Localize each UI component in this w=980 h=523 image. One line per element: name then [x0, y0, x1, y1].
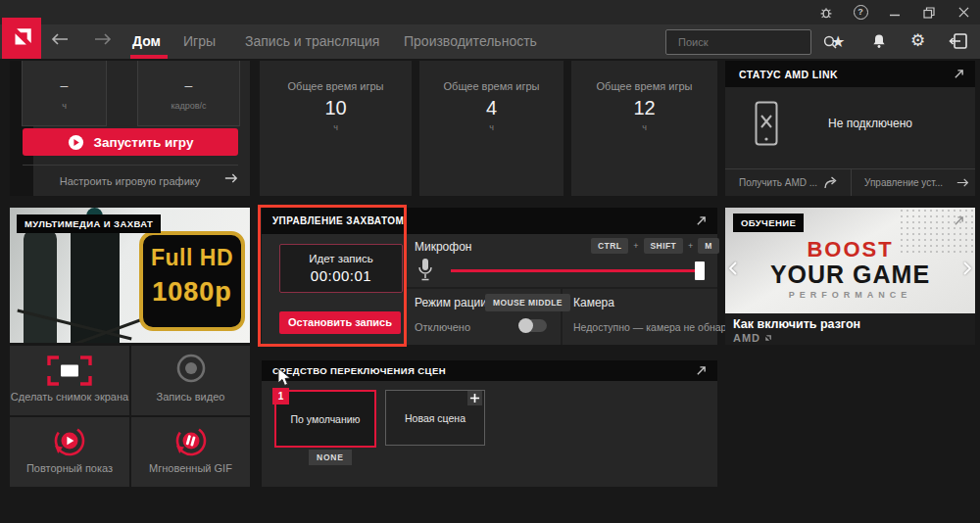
game-time-label: Общее время игры [419, 80, 564, 92]
tab-record-stream[interactable]: Запись и трансляция [245, 33, 379, 49]
camera-status: Недоступно — камера не обнар... [573, 321, 735, 333]
mouse-cursor [277, 367, 292, 388]
divider [23, 165, 238, 166]
tab-home[interactable]: Дом [132, 33, 161, 49]
resolution-text: 1080p [143, 277, 241, 308]
toggle-knob [518, 318, 533, 333]
poster-figure [24, 229, 57, 343]
game-time-unit: ч [419, 122, 564, 132]
tab-performance[interactable]: Производительность [404, 33, 537, 49]
expand-icon[interactable] [954, 215, 964, 226]
recording-status-label: Идет запись [280, 253, 402, 264]
phone-disconnected-icon [755, 101, 778, 146]
push-to-talk-hotkey-badge: MOUSE MIDDLE [485, 294, 570, 311]
full-hd-badge: Full HD 1080p [139, 231, 245, 331]
push-to-talk-toggle[interactable] [519, 319, 547, 332]
instant-gif-label: Мгновенный GIF [131, 462, 250, 474]
game-time-value: 4 [419, 97, 564, 119]
stat-unit: ч [23, 101, 106, 111]
stat-card-playtime: Время игры – ч [22, 61, 107, 126]
search-box [665, 29, 811, 55]
settings-gear-icon[interactable]: ⚙ [910, 30, 925, 50]
launch-game-button[interactable]: Запустить игру [23, 128, 238, 156]
game-time-value: 10 [260, 97, 412, 119]
back-icon[interactable] [51, 32, 69, 46]
game-launch-panel: Время игры – ч Средняя к/с – кадров/с За… [10, 61, 250, 196]
instant-replay-label: Повторный показ [10, 462, 129, 474]
arrow-right-icon [956, 177, 969, 188]
camera-label: Камера [573, 296, 614, 309]
game-time-label: Общее время игры [571, 80, 717, 92]
record-video-label: Запись видео [131, 391, 250, 403]
banner-line-your-game: YOUR GAME [725, 261, 975, 289]
expand-icon[interactable] [696, 365, 707, 376]
gif-icon [173, 423, 209, 458]
hotkey-ctrl: CTRL [591, 238, 628, 254]
record-video-button[interactable]: Запись видео [131, 346, 250, 415]
tab-games[interactable]: Игры [183, 33, 216, 49]
instant-gif-button[interactable]: Мгновенный GIF [131, 417, 250, 487]
add-scene-icon[interactable] [467, 391, 482, 405]
record-icon [174, 352, 208, 385]
take-screenshot-button[interactable]: Сделать снимок экрана [10, 346, 129, 415]
scene-card-default[interactable]: По умолчанию [274, 390, 376, 448]
recording-status-box: Идет запись 00:00:01 [279, 244, 403, 293]
configure-graphics-link[interactable]: Настроить игровую графику [10, 175, 250, 187]
expand-icon[interactable] [696, 215, 707, 226]
amd-brand-text: AMD [733, 332, 760, 344]
bug-report-icon[interactable] [817, 5, 835, 20]
close-icon[interactable] [955, 5, 972, 20]
tutorial-panel[interactable]: BOOST YOUR GAME PERFORMANCE ОБУЧЕНИЕ Как… [725, 208, 975, 345]
notifications-bell-icon[interactable] [871, 33, 887, 49]
banner-line-performance: PERFORMANCE [725, 290, 975, 300]
instant-replay-button[interactable]: Повторный показ [10, 417, 129, 487]
microphone-icon [417, 258, 433, 283]
recording-timer: 00:00:01 [280, 267, 402, 284]
game-time-unit: ч [260, 122, 412, 132]
mic-hotkeys: CTRL + SHIFT + M [591, 238, 719, 254]
help-icon[interactable]: ? [852, 5, 869, 20]
scene-default-label: По умолчанию [290, 413, 360, 425]
game-card[interactable]: EURO TRUCK SIMULATOR 2 Общее время игры … [571, 61, 717, 196]
amd-arrow-icon [763, 334, 772, 343]
scene-hotkey-badge: 1 [272, 388, 289, 404]
favorites-star-icon[interactable]: ★ [831, 32, 845, 51]
game-time-unit: ч [571, 122, 717, 132]
stat-unit: кадров/с [138, 101, 239, 111]
stat-value: – [23, 77, 106, 93]
minimize-icon[interactable] [886, 5, 904, 20]
push-to-talk-label: Режим рации [415, 296, 487, 309]
microphone-label: Микрофон [415, 240, 471, 254]
mic-slider-handle[interactable] [695, 262, 705, 280]
chevron-left-icon[interactable] [728, 261, 738, 276]
stat-card-fps: Средняя к/с – кадров/с [137, 61, 240, 126]
capture-header: УПРАВЛЕНИЕ ЗАХВАТОМ [272, 215, 404, 226]
game-card[interactable]: DEMONIC 2 BER COM Общее время игры 4 ч [419, 61, 564, 196]
take-screenshot-label: Сделать снимок экрана [10, 391, 129, 403]
tutorial-header: ОБУЧЕНИЕ [733, 214, 804, 232]
forward-icon[interactable] [94, 32, 112, 46]
restore-icon[interactable] [920, 5, 938, 20]
amd-logo[interactable] [2, 18, 41, 59]
share-arrow-icon [823, 176, 839, 189]
game-card[interactable]: MICRO VS MODDER Общее время игры 10 ч [260, 61, 412, 196]
full-hd-text: Full HD [143, 245, 241, 271]
amd-link-status: Не подключено [828, 117, 912, 130]
hotkey-m: M [698, 238, 718, 254]
stat-value: – [138, 77, 239, 93]
amd-link-header: СТАТУС AMD LINK [739, 69, 838, 80]
stop-recording-button[interactable]: Остановить запись [279, 311, 401, 334]
game-time-value: 12 [571, 97, 717, 119]
amd-link-panel: СТАТУС AMD LINK Не подключено Получить A… [725, 61, 975, 196]
mic-volume-slider[interactable] [451, 269, 704, 272]
scene-switcher-header: СРЕДСТВО ПЕРЕКЛЮЧЕНИЯ СЦЕН [272, 365, 446, 376]
expand-icon[interactable] [954, 69, 964, 79]
get-amd-link-button[interactable]: Получить AMD ... [739, 177, 817, 188]
chevron-right-icon[interactable] [962, 261, 972, 276]
multimedia-panel[interactable]: Full HD 1080p МУЛЬТИМЕДИА И ЗАХВАТ [10, 208, 250, 343]
manage-devices-button[interactable]: Управление уст... [864, 177, 943, 188]
capture-control-panel: УПРАВЛЕНИЕ ЗАХВАТОМ Идет запись 00:00:01… [262, 208, 717, 345]
search-input[interactable] [666, 36, 823, 48]
collapse-panel-icon[interactable] [948, 33, 967, 49]
tutorial-caption[interactable]: Как включить разгон [733, 317, 860, 331]
